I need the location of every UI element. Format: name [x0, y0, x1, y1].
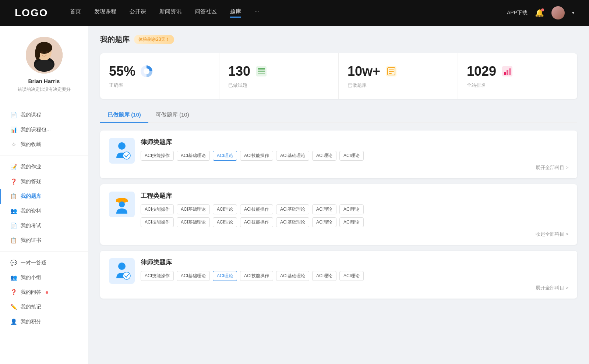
qbank-lawyer2-header: 律师类题库 ACI技能操作 ACI基础理论 ACI理论 ACI技能操作 ACI基…: [109, 258, 568, 291]
nav-logo: LOGO: [15, 7, 48, 19]
sidebar-divider: [0, 104, 88, 104]
sidebar-item-courses[interactable]: 📄 我的课程: [0, 108, 88, 122]
eng-tag5[interactable]: ACI基础理论: [276, 204, 309, 214]
nav-link-qbank[interactable]: 题库: [230, 8, 241, 18]
nav-links: 首页 发现课程 公开课 新闻资讯 问答社区 题库 ···: [70, 8, 507, 18]
law2-tag2[interactable]: ACI基础理论: [177, 271, 210, 281]
eng-tag11[interactable]: ACI技能操作: [240, 217, 273, 227]
stat-ranking-top: 1029: [467, 64, 568, 79]
notes-label: 我的笔记: [21, 304, 41, 310]
tag-aci-theory4[interactable]: ACI理论: [339, 151, 364, 161]
svg-rect-31: [109, 258, 135, 284]
eng-tag3[interactable]: ACI理论: [213, 204, 237, 214]
qbank-engineer-title: 工程类题库: [141, 192, 568, 200]
eng-tag1[interactable]: ACI技能操作: [141, 204, 174, 214]
qbank-lawyer2-info: 律师类题库 ACI技能操作 ACI基础理论 ACI理论 ACI技能操作 ACI基…: [141, 258, 568, 291]
sidebar-item-notes[interactable]: ✏️ 我的笔记: [0, 300, 88, 314]
nav-link-open[interactable]: 公开课: [130, 8, 146, 18]
eng-tag13[interactable]: ACI理论: [312, 217, 336, 227]
svg-point-8: [46, 51, 48, 54]
sidebar-item-course-packages[interactable]: 📊 我的课程包...: [0, 122, 88, 137]
nav-caret-icon[interactable]: ▾: [572, 10, 574, 15]
stat-ranking: 1029 全站排名: [458, 53, 577, 99]
sidebar-item-exams[interactable]: 📄 我的考试: [0, 218, 88, 233]
qa-label: 我的答疑: [21, 178, 41, 185]
app-download-button[interactable]: APP下载: [507, 10, 528, 16]
tag-aci-theory2[interactable]: ACI基础理论: [276, 151, 309, 161]
stat-banks-label: 已做题库: [348, 82, 449, 89]
user-avatar[interactable]: [551, 6, 565, 19]
sidebar-item-my-questions[interactable]: ❓ 我的问答: [0, 285, 88, 300]
tag-aci-theory1[interactable]: ACI基础理论: [177, 151, 210, 161]
eng-tag10[interactable]: ACI理论: [213, 217, 237, 227]
exams-label: 我的考试: [21, 222, 41, 229]
qbank-card-engineer: 工程类题库 ACI技能操作 ACI基础理论 ACI理论 ACI技能操作 ACI基…: [100, 184, 577, 245]
qbank-lawyer1-tags: ACI技能操作 ACI基础理论 ACI理论 ACI技能操作 ACI基础理论 AC…: [141, 151, 568, 161]
nav-link-news[interactable]: 新闻资讯: [159, 8, 181, 18]
points-label: 我的积分: [21, 318, 41, 325]
nav-link-more[interactable]: ···: [254, 8, 259, 18]
sidebar-item-points[interactable]: 👤 我的积分: [0, 314, 88, 329]
favorites-label: 我的收藏: [21, 141, 41, 148]
tab-available[interactable]: 可做题库 (10): [148, 108, 197, 123]
svg-point-32: [118, 263, 126, 270]
nav-link-home[interactable]: 首页: [70, 8, 81, 18]
tab-done[interactable]: 已做题库 (10): [100, 108, 148, 123]
eng-tag4[interactable]: ACI技能操作: [240, 204, 273, 214]
svg-rect-19: [389, 73, 392, 74]
qbank-lawyer2-expand[interactable]: 展开全部科目 >: [141, 285, 568, 291]
stat-ranking-label: 全站排名: [467, 82, 568, 89]
eng-tag6[interactable]: ACI理论: [312, 204, 336, 214]
law2-tag4[interactable]: ACI技能操作: [240, 271, 273, 281]
sidebar-item-groups[interactable]: 👥 我的小组: [0, 270, 88, 285]
banks-list-icon: [385, 65, 398, 78]
sidebar-item-favorites[interactable]: ☆ 我的收藏: [0, 137, 88, 152]
one-on-one-label: 一对一答疑: [21, 260, 46, 266]
qbank-card-lawyer1: 律师类题库 ACI技能操作 ACI基础理论 ACI理论 ACI技能操作 ACI基…: [100, 131, 577, 178]
law2-tag6[interactable]: ACI理论: [312, 271, 336, 281]
svg-rect-24: [109, 138, 135, 164]
stat-accuracy: 55% 正确率: [100, 53, 219, 99]
sidebar-item-qa[interactable]: ❓ 我的答疑: [0, 174, 88, 189]
eng-tag2[interactable]: ACI基础理论: [177, 204, 210, 214]
qbank-engineer-collapse[interactable]: 收起全部科目 >: [141, 231, 568, 238]
nav-link-courses[interactable]: 发现课程: [94, 8, 116, 18]
sidebar-item-qbank[interactable]: 📋 我的题库: [0, 189, 88, 204]
sidebar-item-profile[interactable]: 👥 我的资料: [0, 204, 88, 218]
qbank-engineer-info: 工程类题库 ACI技能操作 ACI基础理论 ACI理论 ACI技能操作 ACI基…: [141, 192, 568, 238]
sidebar-item-homework[interactable]: 📝 我的作业: [0, 160, 88, 174]
sidebar-item-certificates[interactable]: 📋 我的证书: [0, 233, 88, 248]
eng-tag9[interactable]: ACI基础理论: [177, 217, 210, 227]
qbank-lawyer1-expand[interactable]: 展开全部科目 >: [141, 164, 568, 171]
qbank-lawyer2-tags: ACI技能操作 ACI基础理论 ACI理论 ACI技能操作 ACI基础理论 AC…: [141, 271, 568, 281]
tag-aci-skill2[interactable]: ACI技能操作: [240, 151, 273, 161]
tag-aci-skill1[interactable]: ACI技能操作: [141, 151, 174, 161]
certificates-label: 我的证书: [21, 237, 41, 244]
eng-tag8[interactable]: ACI技能操作: [141, 217, 174, 227]
eng-tag14[interactable]: ACI理论: [339, 217, 364, 227]
tag-aci-theory3[interactable]: ACI理论: [312, 151, 336, 161]
nav-link-qa[interactable]: 问答社区: [195, 8, 217, 18]
trial-badge: 体验剩余23天！: [134, 35, 174, 44]
questions-notification-dot: [46, 291, 48, 294]
stat-ranking-value: 1029: [467, 64, 496, 79]
law2-tag-active[interactable]: ACI理论: [213, 271, 237, 281]
law2-tag5[interactable]: ACI基础理论: [276, 271, 309, 281]
qbank-engineer-header: 工程类题库 ACI技能操作 ACI基础理论 ACI理论 ACI技能操作 ACI基…: [109, 192, 568, 238]
page-wrapper: Brian Harris 错误的决定比没有决定要好 📄 我的课程 📊 我的课程包…: [0, 0, 589, 364]
eng-tag12[interactable]: ACI基础理论: [276, 217, 309, 227]
svg-rect-21: [504, 72, 506, 75]
qbank-card-lawyer2: 律师类题库 ACI技能操作 ACI基础理论 ACI理论 ACI技能操作 ACI基…: [100, 251, 577, 299]
favorites-icon: ☆: [10, 141, 17, 148]
packages-label: 我的课程包...: [21, 126, 51, 133]
notes-icon: ✏️: [10, 304, 17, 310]
law2-tag1[interactable]: ACI技能操作: [141, 271, 174, 281]
law2-tag7[interactable]: ACI理论: [339, 271, 364, 281]
notification-bell[interactable]: 🔔: [535, 8, 544, 17]
eng-tag7[interactable]: ACI理论: [339, 204, 364, 214]
tag-aci-active1[interactable]: ACI理论: [213, 151, 237, 161]
stat-banks-top: 10w+: [348, 64, 449, 79]
stat-questions-done: 130 已做试题: [219, 53, 339, 99]
sidebar-item-one-on-one[interactable]: 💬 一对一答疑: [0, 256, 88, 270]
stat-accuracy-label: 正确率: [109, 82, 210, 89]
